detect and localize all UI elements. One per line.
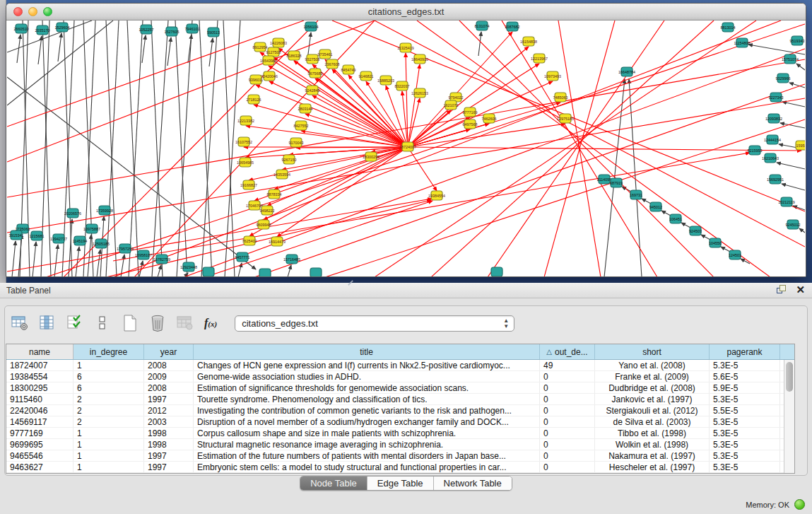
table-cell[interactable]: 49	[540, 360, 595, 370]
graph-node[interactable]	[203, 267, 214, 276]
graph-node[interactable]: 9227343	[769, 93, 784, 102]
graph-node[interactable]: 9396011	[249, 75, 264, 84]
clear-selection-icon[interactable]	[93, 313, 112, 333]
table-cell[interactable]: 1997	[144, 394, 194, 404]
graph-node[interactable]: 18724007	[399, 142, 416, 151]
column-header-pagerank[interactable]: pagerank	[710, 344, 780, 359]
graph-node[interactable]: 2660510	[14, 24, 29, 33]
graph-node[interactable]: 10973493	[544, 71, 561, 81]
graph-node[interactable]: 19166827	[240, 180, 257, 189]
table-cell[interactable]: 0	[540, 394, 595, 404]
column-header-year[interactable]: year	[144, 344, 194, 359]
table-cell[interactable]: Dudbridge et al. (2008)	[595, 382, 710, 393]
zoom-window-icon[interactable]	[43, 7, 52, 16]
graph-node[interactable]: 15751074	[782, 54, 799, 64]
table-cell[interactable]: Stergiakouli et al. (2012)	[595, 405, 710, 416]
graph-node[interactable]: 12923448	[180, 262, 197, 271]
graph-node[interactable]: 19384554	[428, 191, 445, 200]
graph-node[interactable]: 15885203	[377, 76, 394, 85]
table-row[interactable]: 946554611997Estimation of the future num…	[6, 450, 794, 462]
table-cell[interactable]: 5.3E-5	[710, 439, 780, 450]
graph-node[interactable]: 16648784	[618, 67, 635, 76]
graph-node[interactable]: 8454749	[341, 65, 356, 74]
table-cell[interactable]: Estimation of significance thresholds fo…	[194, 382, 540, 393]
table-cell[interactable]: 5.3E-5	[710, 394, 780, 404]
column-header-in-degree[interactable]: in_degree	[73, 344, 144, 359]
table-cell[interactable]: 0	[540, 416, 595, 427]
table-cell[interactable]: 19384554	[6, 371, 73, 382]
graph-node[interactable]: 2035170	[35, 25, 50, 35]
function-builder-icon[interactable]: f(x)	[203, 317, 218, 329]
table-cell[interactable]: Yano et al. (2008)	[595, 360, 710, 370]
select-rows-icon[interactable]	[65, 313, 85, 333]
table-cell[interactable]: 5.3E-5	[710, 462, 780, 472]
table-cell[interactable]: Hescheler et al. (1997)	[595, 462, 710, 472]
network-window-titlebar[interactable]: citations_edges.txt	[6, 4, 806, 21]
graph-node[interactable]: 14226083	[270, 38, 287, 47]
graph-node[interactable]: 16107552	[235, 137, 252, 146]
column-header-name[interactable]: name	[6, 344, 73, 359]
table-cell[interactable]: 6	[73, 382, 144, 393]
table-cell[interactable]: 1	[73, 462, 144, 472]
table-cell[interactable]: Genome-wide association studies in ADHD.	[194, 371, 540, 382]
table-cell[interactable]: Wolkin et al. (1998)	[595, 439, 710, 450]
table-cell[interactable]: 22420046	[6, 405, 73, 416]
tab-node-table[interactable]: Node Table	[300, 477, 367, 490]
table-cell[interactable]: Estimation of the future numbers of pati…	[194, 450, 540, 461]
graph-node[interactable]: 1529604	[55, 23, 70, 32]
graph-node[interactable]	[259, 269, 271, 277]
graph-node[interactable]: 8186328	[287, 51, 302, 60]
graph-node[interactable]: 2367608	[325, 59, 340, 69]
graph-node[interactable]: 124501	[729, 250, 741, 259]
graph-node[interactable]: 17957253	[117, 244, 134, 253]
graph-node[interactable]: 2718126	[247, 95, 261, 104]
graph-edge[interactable]	[408, 81, 553, 147]
table-cell[interactable]: 18300295	[6, 382, 73, 393]
table-cell[interactable]: Jankovic et al. (1997)	[595, 394, 710, 404]
table-cell[interactable]: 5.3E-5	[710, 428, 780, 438]
table-cell[interactable]: 2009	[144, 371, 194, 382]
graph-node[interactable]: 20206576	[64, 209, 81, 218]
table-row[interactable]: 1456911722003Disruption of a novel membe…	[6, 416, 794, 428]
graph-node[interactable]: 945012	[649, 202, 662, 211]
graph-node[interactable]: 8215953	[748, 146, 763, 155]
graph-node[interactable]: 9457771	[235, 252, 250, 262]
graph-node[interactable]: 3915341	[9, 230, 24, 240]
table-cell[interactable]: 5.3E-5	[710, 360, 780, 370]
table-cell[interactable]: 9463627	[6, 462, 73, 472]
graph-node[interactable]: 15958	[796, 141, 805, 150]
table-cell[interactable]: 2	[73, 405, 144, 416]
graph-node[interactable]: 15692951	[767, 175, 784, 184]
graph-node[interactable]: 9777169	[463, 107, 478, 117]
table-row[interactable]: 1872400712008Changes of HCN gene express…	[6, 360, 794, 371]
table-cell[interactable]: Embryonic stem cells: a model to study s…	[194, 462, 540, 472]
table-cell[interactable]: 14569117	[6, 416, 73, 427]
graph-node[interactable]: 1052257	[139, 25, 154, 34]
table-cell[interactable]: 1	[73, 428, 144, 438]
graph-node[interactable]: 18640910	[411, 54, 428, 64]
table-cell[interactable]: Nakamura et al. (1997)	[595, 450, 710, 461]
table-cell[interactable]: 0	[540, 439, 595, 450]
table-cell[interactable]: 18724007	[6, 360, 73, 370]
table-cell[interactable]: 1998	[144, 428, 194, 438]
close-panel-icon[interactable]: ✕	[796, 284, 805, 296]
delete-table-icon[interactable]	[148, 313, 167, 333]
table-row[interactable]: 1830029562008Estimation of significance …	[6, 382, 794, 394]
graph-node[interactable]: 11154808	[734, 38, 750, 47]
graph-node[interactable]: 16543982	[260, 56, 277, 65]
graph-edge[interactable]	[408, 147, 437, 191]
table-cell[interactable]: 5.5E-5	[710, 405, 780, 416]
graph-node[interactable]: 9498222	[260, 206, 275, 215]
table-cell[interactable]: 0	[540, 428, 595, 438]
table-cell[interactable]: 5.9E-5	[710, 382, 780, 393]
table-cell[interactable]: 9699695	[6, 439, 73, 450]
graph-node[interactable]: 16914479	[269, 237, 286, 246]
graph-node[interactable]: 16958107	[135, 250, 152, 259]
column-header-out-de-[interactable]: △out_de...	[540, 344, 595, 359]
table-cell[interactable]: Structural magnetic resonance image aver…	[194, 439, 540, 450]
graph-node[interactable]: 9735461	[318, 49, 333, 59]
table-scrollbar[interactable]	[784, 360, 794, 473]
graph-node[interactable]: 169731	[630, 190, 642, 199]
table-cell[interactable]: de Silva et al. (2003)	[595, 416, 710, 427]
graph-node[interactable]: 10212119	[778, 197, 795, 206]
